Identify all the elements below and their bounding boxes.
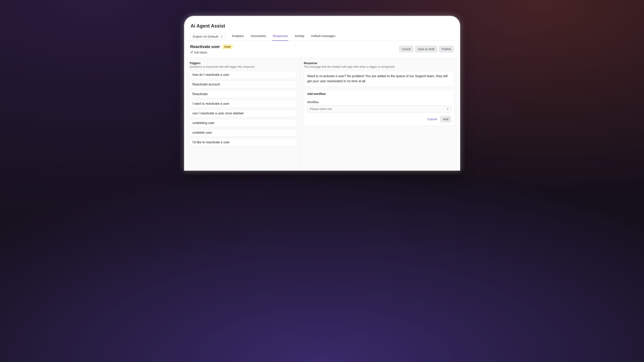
status-badge: Draft bbox=[222, 44, 232, 49]
header-controls: English US (Default) Analytics Documents… bbox=[190, 32, 454, 41]
trigger-item-text: how do I reactivate a user bbox=[192, 73, 229, 76]
edit-labels-text: Edit labels bbox=[194, 51, 208, 54]
tabs: Analytics Documents Responses Activity D… bbox=[231, 32, 336, 41]
response-subtitle: The message that the chatbot will reply … bbox=[304, 65, 454, 68]
workflow-cancel-button[interactable]: Cancel bbox=[428, 117, 437, 121]
response-panel: Response The message that the chatbot wi… bbox=[300, 58, 458, 170]
trigger-item[interactable]: Reactivate account bbox=[190, 80, 296, 88]
device-frame: Ai Agent Assist English US (Default) Ana… bbox=[184, 16, 460, 170]
trigger-item[interactable]: undeleting user bbox=[190, 119, 296, 127]
triggers-subtitle: Questions or keywords that will trigger … bbox=[190, 65, 296, 68]
trigger-item[interactable]: how do I reactivate a user bbox=[190, 71, 296, 79]
page-bar-left: Reactivate user Draft Edit labels bbox=[190, 44, 232, 54]
app-header: Ai Agent Assist English US (Default) Ana… bbox=[186, 18, 458, 41]
trigger-item-text: Reactivate bbox=[192, 92, 208, 96]
trigger-item[interactable]: undelete user bbox=[190, 129, 296, 137]
tab-label: Default messages bbox=[311, 34, 336, 37]
trigger-item-text: I want to reactivate a user bbox=[192, 102, 229, 105]
trigger-item-text: can I reactivate a user once deleted bbox=[192, 112, 244, 115]
trigger-item[interactable]: I want to reactivate a user bbox=[190, 100, 296, 108]
app-window: Ai Agent Assist English US (Default) Ana… bbox=[186, 18, 458, 170]
page-actions: Cancel Save as draft Publish bbox=[399, 44, 454, 52]
trigger-list: how do I reactivate a user Reactivate ac… bbox=[190, 71, 296, 146]
triggers-title: Triggers bbox=[190, 61, 296, 65]
chevron-up-down-icon bbox=[446, 107, 449, 111]
trigger-item-text: undeleting user bbox=[192, 121, 214, 125]
language-select[interactable]: English US (Default) bbox=[190, 33, 226, 39]
language-select-value: English US (Default) bbox=[193, 35, 218, 38]
tab-documents[interactable]: Documents bbox=[250, 32, 266, 41]
page-title-row: Reactivate user Draft bbox=[190, 44, 232, 49]
response-title: Response bbox=[304, 61, 454, 65]
page-title: Reactivate user bbox=[190, 44, 220, 49]
app-title: Ai Agent Assist bbox=[191, 23, 454, 29]
tab-responses[interactable]: Responses bbox=[272, 32, 288, 41]
page-bar: Reactivate user Draft Edit labels Cancel… bbox=[186, 41, 458, 58]
trigger-item[interactable]: Reactivate bbox=[190, 90, 296, 98]
save-as-draft-button[interactable]: Save as draft bbox=[415, 46, 438, 52]
workflow-add-button[interactable]: Add bbox=[440, 116, 451, 122]
trigger-item-text: undelete user bbox=[192, 131, 212, 134]
add-workflow-card: Add workflow Workflow Please select one … bbox=[304, 90, 454, 126]
trigger-item-text: Reactivate account bbox=[192, 83, 220, 86]
content: Triggers Questions or keywords that will… bbox=[186, 58, 458, 170]
publish-button[interactable]: Publish bbox=[439, 46, 454, 52]
triggers-panel: Triggers Questions or keywords that will… bbox=[186, 58, 300, 170]
add-workflow-title: Add workflow bbox=[304, 90, 454, 98]
tab-default-messages[interactable]: Default messages bbox=[311, 32, 336, 41]
tab-activity[interactable]: Activity bbox=[294, 32, 305, 41]
tab-label: Analytics bbox=[232, 34, 244, 37]
edit-labels-button[interactable]: Edit labels bbox=[190, 51, 232, 54]
trigger-item[interactable]: I'd like to reactivate a user bbox=[190, 138, 296, 146]
workflow-select-placeholder: Please select one bbox=[310, 107, 332, 111]
tab-label: Responses bbox=[273, 34, 288, 37]
cancel-button[interactable]: Cancel bbox=[399, 46, 414, 52]
response-message[interactable]: Need to re-activate a user? No problem! … bbox=[304, 71, 454, 87]
workflow-select[interactable]: Please select one bbox=[307, 105, 451, 113]
workflow-card-actions: Cancel Add bbox=[307, 116, 451, 122]
chevron-up-down-icon bbox=[220, 35, 223, 38]
tab-label: Activity bbox=[295, 34, 304, 37]
trigger-item-text: I'd like to reactivate a user bbox=[192, 140, 230, 144]
pencil-icon bbox=[190, 51, 193, 54]
tab-analytics[interactable]: Analytics bbox=[231, 32, 244, 41]
workflow-field-label: Workflow bbox=[307, 100, 451, 104]
tab-label: Documents bbox=[251, 34, 266, 37]
workflow-card-body: Workflow Please select one Cancel Add bbox=[304, 98, 454, 126]
trigger-item[interactable]: can I reactivate a user once deleted bbox=[190, 109, 296, 117]
